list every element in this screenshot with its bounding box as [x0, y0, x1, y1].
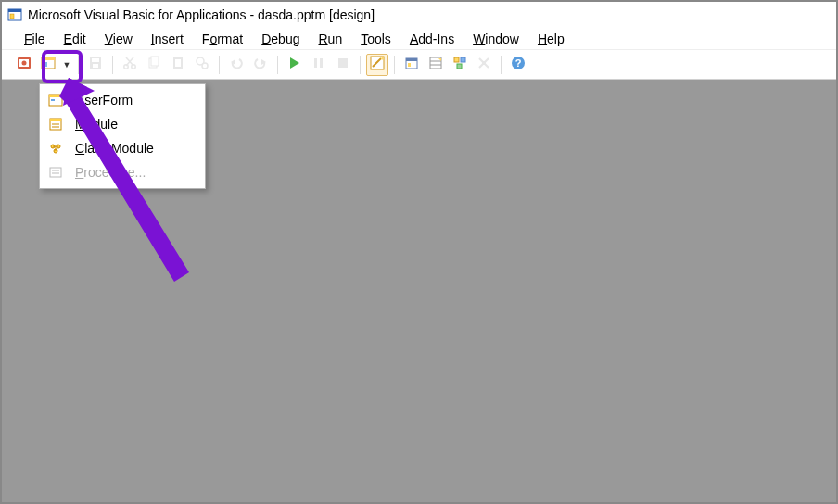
insert-object-button[interactable] [37, 54, 59, 76]
svg-point-15 [132, 65, 135, 69]
properties-window-button[interactable] [425, 54, 447, 76]
toolbar-separator [277, 56, 278, 74]
paste-button [167, 54, 189, 76]
insert-icon [41, 56, 56, 73]
menu-item-label: Class Module [75, 141, 154, 156]
toolbox-button [473, 54, 495, 76]
svg-marker-25 [290, 57, 299, 69]
svg-rect-2 [10, 14, 14, 19]
userform-icon [47, 92, 64, 108]
toolbar-separator [501, 56, 502, 74]
obj-icon [452, 56, 467, 73]
svg-rect-49 [49, 94, 62, 97]
svg-rect-34 [408, 63, 411, 67]
window-title: Microsoft Visual Basic for Applications … [28, 7, 375, 22]
break-button [308, 54, 330, 76]
menu-help[interactable]: Help [530, 30, 572, 48]
svg-rect-41 [457, 64, 462, 69]
paste-icon [171, 56, 185, 73]
svg-rect-17 [151, 57, 159, 66]
cut-icon [122, 56, 137, 73]
cut-button [119, 54, 141, 76]
undo-button [225, 54, 248, 76]
save-button[interactable] [84, 54, 107, 76]
redo-icon [253, 56, 268, 73]
copy-icon [146, 56, 161, 73]
insert-menu-classmodule[interactable]: Class Module [42, 136, 203, 160]
menu-run[interactable]: Run [311, 30, 349, 48]
svg-rect-20 [176, 57, 180, 59]
svg-rect-19 [175, 59, 181, 67]
svg-text:?: ? [515, 57, 522, 69]
menu-debug[interactable]: Debug [254, 30, 307, 48]
project-explorer-button[interactable] [400, 54, 423, 76]
svg-rect-40 [461, 57, 465, 62]
help-icon: ? [511, 56, 526, 73]
title-bar: Microsoft Visual Basic for Applications … [2, 2, 836, 28]
design-icon [370, 56, 385, 73]
design-mode-button[interactable] [366, 54, 388, 76]
menu-bar: FileEditViewInsertFormatDebugRunToolsAdd… [2, 28, 836, 50]
toolbox-icon [476, 56, 491, 73]
run-sub-button[interactable] [284, 54, 306, 76]
menu-addins[interactable]: Add-Ins [402, 30, 462, 48]
insert-dropdown-menu: UserFormModuleClass ModuleProcedure... [39, 83, 206, 189]
svg-point-5 [22, 61, 27, 66]
toolbar-separator [78, 56, 79, 74]
svg-point-14 [124, 65, 128, 69]
undo-icon [229, 56, 244, 73]
play-icon [288, 57, 301, 72]
object-browser-button[interactable] [449, 54, 471, 76]
menu-item-label: Module [75, 117, 118, 132]
svg-point-22 [202, 63, 208, 69]
menu-edit[interactable]: Edit [57, 30, 94, 48]
redo-button [249, 54, 272, 76]
svg-rect-39 [454, 57, 459, 62]
props-icon [428, 56, 443, 73]
svg-rect-11 [93, 64, 98, 68]
svg-rect-60 [50, 168, 61, 177]
module-icon [47, 116, 64, 132]
pause-icon [312, 57, 325, 72]
menu-insert[interactable]: Insert [144, 30, 191, 48]
standard-toolbar: ▼? [2, 50, 836, 80]
toolbar-separator [394, 56, 395, 74]
menu-view[interactable]: View [97, 30, 140, 48]
menu-item-label: Procedure... [75, 165, 146, 180]
svg-rect-7 [42, 57, 55, 60]
insert-menu-userform[interactable]: UserForm [42, 88, 203, 112]
insert-menu-module[interactable]: Module [42, 112, 203, 136]
help-button[interactable]: ? [507, 54, 529, 76]
toolbar-separator [112, 56, 113, 74]
class-icon [47, 140, 64, 157]
svg-rect-52 [50, 119, 61, 121]
ppt-icon [17, 56, 32, 73]
menu-format[interactable]: Format [195, 30, 250, 48]
svg-rect-10 [92, 58, 99, 62]
svg-rect-8 [44, 62, 47, 67]
svg-rect-28 [338, 58, 348, 68]
toolbar-separator [219, 56, 220, 74]
find-icon [195, 56, 210, 73]
svg-point-44 [482, 61, 486, 65]
svg-rect-27 [320, 58, 323, 68]
project-icon [404, 56, 419, 73]
svg-rect-1 [8, 9, 21, 12]
menu-tools[interactable]: Tools [353, 30, 399, 48]
insert-object-dropdown-arrow[interactable]: ▼ [61, 54, 72, 76]
procedure-icon [47, 164, 64, 181]
menu-file[interactable]: File [17, 30, 53, 48]
reset-button [332, 54, 354, 76]
svg-rect-50 [51, 99, 55, 101]
toolbar-separator [360, 56, 361, 74]
copy-button [143, 54, 165, 76]
svg-rect-26 [314, 58, 317, 68]
view-powerpoint-button[interactable] [13, 54, 35, 76]
find-button[interactable] [191, 54, 213, 76]
menu-item-label: UserForm [75, 93, 133, 107]
svg-rect-33 [406, 58, 417, 61]
save-icon [88, 56, 103, 73]
insert-menu-procedure: Procedure... [42, 160, 203, 184]
menu-window[interactable]: Window [465, 30, 527, 48]
app-icon [7, 7, 22, 22]
